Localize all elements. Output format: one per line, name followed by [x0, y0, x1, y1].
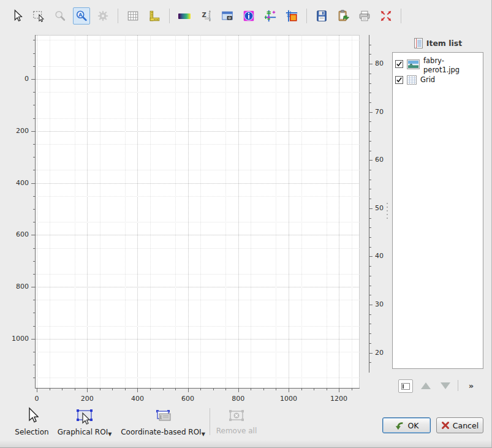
x-axis-minor-tick [112, 389, 113, 390]
x-axis-minor-tick [200, 389, 201, 390]
pointer-tool-button[interactable] [9, 7, 26, 25]
colorbar-minor-tick [369, 170, 371, 170]
colorbar-minor-tick [369, 189, 371, 189]
colorbar-minor-tick [369, 74, 371, 74]
colorbar-minor-tick [369, 266, 371, 267]
dropdown-arrow-icon: ▼ [108, 431, 112, 437]
plot-toolbar: A ZLOG [9, 7, 403, 25]
x-axis-minor-tick [327, 389, 327, 390]
y-axis-tick [31, 131, 35, 132]
zoom-icon [53, 9, 67, 23]
autoscale-tool-button[interactable]: A [73, 7, 90, 25]
y-axis-minor-tick [33, 92, 35, 93]
colorbar-tick-label: 40 [375, 252, 390, 260]
selection-label: Selection [7, 428, 56, 436]
gridline-minor [35, 352, 360, 352]
print-tool-button[interactable] [356, 7, 373, 25]
colorbar-minor-tick [369, 343, 371, 344]
y-axis-tick [31, 183, 35, 184]
colorbar-tick [369, 305, 373, 305]
x-axis-minor-tick [175, 389, 176, 390]
toolbar-separator [169, 9, 170, 23]
z-log-scale-tool-button[interactable]: ZLOG [197, 7, 214, 25]
cancel-button[interactable]: Cancel [436, 417, 483, 433]
info-icon [242, 9, 255, 23]
x-axis-minor-tick [150, 389, 151, 390]
rectangle-selection-tool-button[interactable] [30, 7, 47, 25]
y-axis-tick [31, 339, 35, 340]
colorbar-minor-tick [369, 276, 371, 276]
average-cross-section-tool-button[interactable] [283, 7, 300, 25]
fit-to-window-tool-button[interactable] [377, 7, 395, 25]
y-axis-minor-tick [33, 157, 35, 158]
remove-all-label: Remove all [215, 427, 258, 435]
x-axis-minor-tick [301, 389, 302, 390]
y-axis-minor-tick [33, 40, 35, 40]
toolbar-separator [118, 9, 118, 23]
average-cross-section-icon [285, 9, 298, 23]
item-label: Grid [420, 75, 473, 85]
colorbar-minor-tick [369, 102, 371, 103]
grid-tool-button[interactable] [124, 7, 142, 25]
remove-all-button: Remove all [215, 408, 258, 435]
x-axis-minor-tick [251, 389, 251, 390]
ruler-tool-button[interactable] [146, 7, 163, 25]
x-axis-tick [87, 389, 88, 392]
fabry-perot-image[interactable] [37, 79, 359, 345]
colorbar-tick [369, 208, 373, 209]
snapshot-icon [221, 9, 234, 23]
x-axis-minor-tick [314, 389, 314, 390]
print-icon [358, 9, 371, 23]
x-axis-minor-tick [225, 389, 226, 390]
graphical-roi-label: Graphical ROI [58, 428, 108, 436]
colorbar-tick-label: 20 [375, 349, 390, 357]
list-item-image[interactable]: fabry-perot1.jpg [395, 56, 476, 75]
zoom-tool-button [51, 7, 69, 25]
ruler-icon [148, 9, 161, 23]
colorbar-minor-tick [369, 141, 371, 142]
check-icon [396, 77, 403, 83]
coordinate-roi-button[interactable]: Coordinate-based ROI▼ [120, 408, 206, 437]
clipboard-icon [336, 9, 350, 23]
colorbar[interactable] [361, 35, 369, 372]
gridline-minor [35, 66, 360, 67]
colorbar-tick-label: 70 [375, 108, 390, 116]
x-axis-minor-tick [163, 389, 164, 390]
colorbar-minor-tick [369, 324, 371, 324]
colorbar-minor-tick [369, 295, 371, 295]
image-info-tool-button[interactable] [240, 7, 257, 25]
item-checkbox[interactable] [395, 76, 403, 84]
image-snapshot-tool-button[interactable] [219, 7, 236, 25]
x-axis-minor-tick [263, 389, 264, 390]
colorbar-minor-tick [369, 121, 371, 122]
y-axis-tick [31, 287, 35, 287]
y-axis-minor-tick [33, 365, 35, 365]
y-axis-minor-tick [33, 248, 35, 249]
window-bottom-edge [0, 440, 491, 447]
item-parameters-button[interactable] [398, 379, 413, 393]
colorbar-minor-tick [369, 199, 371, 199]
toolbar-extension-button[interactable]: » [464, 379, 478, 392]
x-axis-minor-tick [213, 389, 214, 390]
ok-button[interactable]: OK [382, 417, 431, 433]
x-axis-tick [289, 389, 289, 392]
copy-to-clipboard-tool-button[interactable] [335, 7, 352, 25]
ok-icon [394, 421, 404, 430]
x-axis-minor-tick [276, 389, 276, 390]
cross-section-tool-button[interactable] [262, 7, 279, 25]
selection-tool-button[interactable]: Selection [7, 407, 56, 436]
graphical-roi-icon [74, 408, 96, 425]
colormap-tool-button[interactable] [176, 7, 193, 25]
item-checkbox[interactable] [395, 60, 403, 68]
y-axis-minor-tick [33, 300, 35, 300]
list-item-grid[interactable]: Grid [395, 75, 473, 85]
x-axis-line [35, 388, 360, 389]
x-axis-minor-tick [50, 389, 50, 390]
y-axis-line [35, 35, 36, 389]
colorbar-minor-tick [369, 237, 371, 238]
colorbar-tick [369, 64, 373, 64]
item-list[interactable]: fabry-perot1.jpg Grid [392, 52, 483, 369]
save-tool-button[interactable] [313, 7, 330, 25]
graphical-roi-button[interactable]: Graphical ROI▼ [57, 408, 112, 437]
colorbar-tick [369, 256, 373, 257]
